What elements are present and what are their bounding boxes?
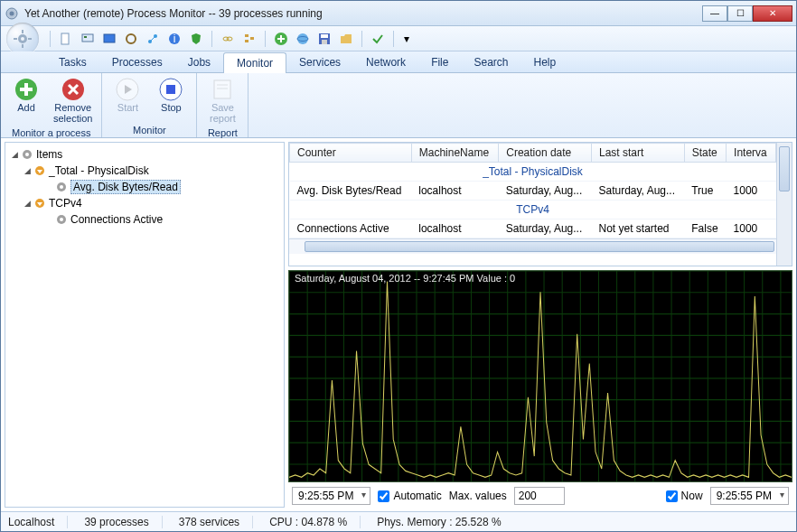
svg-rect-41 xyxy=(214,80,230,98)
toolbar-dropdown-icon[interactable]: ▾ xyxy=(401,31,412,47)
remove-button[interactable]: Remove selection xyxy=(50,75,96,126)
end-time-dropdown[interactable]: 9:25:55 PM xyxy=(710,487,789,505)
tree-leaf[interactable]: Connections Active xyxy=(9,211,280,228)
status-memory: Phys. Memory : 25.528 % xyxy=(377,516,501,528)
toolbar-save-icon[interactable] xyxy=(316,31,333,47)
menu-monitor[interactable]: Monitor xyxy=(223,52,286,73)
menu-file[interactable]: File xyxy=(418,51,461,72)
now-label: Now xyxy=(681,490,703,502)
column-header[interactable]: MachineName xyxy=(411,144,498,163)
ribbon-group-label: Report xyxy=(202,126,242,138)
now-checkbox[interactable]: Now xyxy=(666,490,703,502)
max-values-label: Max. values xyxy=(449,490,507,502)
table-group-row[interactable]: _Total - PhysicalDisk xyxy=(290,163,776,182)
toolbar-check-icon[interactable] xyxy=(370,31,386,47)
toolbar-link-icon[interactable] xyxy=(220,31,236,47)
column-header[interactable]: Counter xyxy=(290,144,412,163)
download-icon xyxy=(33,163,47,178)
toolbar-add-icon[interactable] xyxy=(273,31,289,47)
svg-rect-8 xyxy=(61,33,69,44)
title-bar: Yet Another (remote) Process Monitor -- … xyxy=(1,1,796,26)
status-processes: 39 processes xyxy=(84,516,162,528)
ribbon-group-monitor: StartStopMonitor xyxy=(102,73,197,137)
toolbar-tree-icon[interactable] xyxy=(241,31,258,47)
svg-line-15 xyxy=(151,37,155,41)
svg-rect-40 xyxy=(166,85,175,94)
svg-point-12 xyxy=(127,34,136,43)
table-cell: localhost xyxy=(411,182,498,201)
column-header[interactable]: Last start xyxy=(591,144,684,163)
ribbon-group-report: Save reportReport xyxy=(197,73,248,137)
toolbar-folder-icon[interactable] xyxy=(338,31,354,47)
toolbar-globe-icon[interactable] xyxy=(295,31,311,47)
download-icon xyxy=(33,196,47,210)
stop-button[interactable]: Stop xyxy=(151,75,191,115)
column-header[interactable]: State xyxy=(684,144,726,163)
svg-rect-9 xyxy=(82,34,93,42)
right-pane: CounterMachineNameCreation dateLast star… xyxy=(288,142,792,508)
app-icon xyxy=(5,6,19,21)
vertical-scrollbar[interactable] xyxy=(776,143,792,266)
menu-tasks[interactable]: Tasks xyxy=(46,51,99,72)
menu-help[interactable]: Help xyxy=(521,51,569,72)
window-close-button[interactable]: ✕ xyxy=(753,5,792,22)
svg-rect-6 xyxy=(28,38,32,40)
counter-table[interactable]: CounterMachineNameCreation dateLast star… xyxy=(288,142,792,266)
menu-services[interactable]: Services xyxy=(286,51,353,72)
window-maximize-button[interactable]: ☐ xyxy=(727,5,753,22)
horizontal-scrollbar[interactable] xyxy=(289,238,776,254)
ribbon-group-label: Monitor xyxy=(108,123,191,135)
start-icon xyxy=(115,77,140,102)
toolbar-network-icon[interactable] xyxy=(145,31,161,47)
table-row[interactable]: Connections ActivelocalhostSaturday, Aug… xyxy=(290,219,776,238)
add-icon xyxy=(14,77,39,102)
menu-processes[interactable]: Processes xyxy=(99,51,175,72)
toolbar-shield-icon[interactable] xyxy=(188,31,204,47)
svg-point-19 xyxy=(227,37,232,41)
svg-rect-11 xyxy=(104,34,115,42)
chart-controls: 9:25:55 PM Automatic Max. values Now 9:2… xyxy=(288,484,792,508)
start-button: Start xyxy=(108,75,147,115)
table-cell: True xyxy=(684,182,726,201)
savereport-button: Save report xyxy=(202,75,242,126)
menu-search[interactable]: Search xyxy=(461,51,520,72)
table-row[interactable]: Avg. Disk Bytes/ReadlocalhostSaturday, A… xyxy=(290,182,776,201)
tree-node[interactable]: ◢_Total - PhysicalDisk xyxy=(9,163,280,179)
gear-icon xyxy=(20,147,34,162)
ribbon-group-monitor-a-process: AddRemove selectionMonitor a process xyxy=(1,73,102,137)
tree-leaf[interactable]: Avg. Disk Bytes/Read xyxy=(9,179,280,195)
tree-pane[interactable]: ◢Items◢_Total - PhysicalDiskAvg. Disk By… xyxy=(5,142,285,508)
window-minimize-button[interactable]: — xyxy=(702,5,727,22)
column-header[interactable]: Interva xyxy=(727,144,776,163)
table-cell: Saturday, Aug... xyxy=(499,182,592,201)
toolbar-doc-icon[interactable] xyxy=(58,31,74,47)
table-group-row[interactable]: TCPv4 xyxy=(290,201,776,219)
table-cell: localhost xyxy=(411,219,498,238)
svg-rect-10 xyxy=(84,36,87,38)
start-time-dropdown[interactable]: 9:25:55 PM xyxy=(292,487,370,505)
savereport-label: Save report xyxy=(210,102,236,124)
svg-rect-30 xyxy=(322,40,327,44)
svg-rect-33 xyxy=(20,88,33,91)
toolbar-info-icon[interactable]: i xyxy=(166,31,183,47)
tree-node[interactable]: ◢TCPv4 xyxy=(9,195,280,211)
separator xyxy=(361,31,362,47)
toolbar-refresh-icon[interactable] xyxy=(80,31,96,47)
remove-label: Remove selection xyxy=(53,102,92,124)
chart-area[interactable]: Saturday, August 04, 2012 -- 9:27:45 PM … xyxy=(288,270,792,482)
stop-label: Stop xyxy=(161,102,182,113)
toolbar-gear-icon[interactable] xyxy=(123,31,139,47)
chart-title: Saturday, August 04, 2012 -- 9:27:45 PM … xyxy=(295,273,515,284)
separator xyxy=(393,31,394,47)
menu-jobs[interactable]: Jobs xyxy=(175,51,223,72)
tree-root[interactable]: ◢Items xyxy=(9,146,280,163)
ribbon: AddRemove selectionMonitor a processStar… xyxy=(1,73,796,138)
max-values-input[interactable] xyxy=(514,487,565,505)
add-button[interactable]: Add xyxy=(6,75,46,115)
toolbar-monitor-icon[interactable] xyxy=(101,31,117,47)
column-header[interactable]: Creation date xyxy=(499,144,592,163)
automatic-checkbox[interactable]: Automatic xyxy=(378,490,441,502)
app-menu-gear-icon[interactable] xyxy=(6,23,39,55)
menu-network[interactable]: Network xyxy=(353,51,418,72)
separator xyxy=(265,31,266,47)
